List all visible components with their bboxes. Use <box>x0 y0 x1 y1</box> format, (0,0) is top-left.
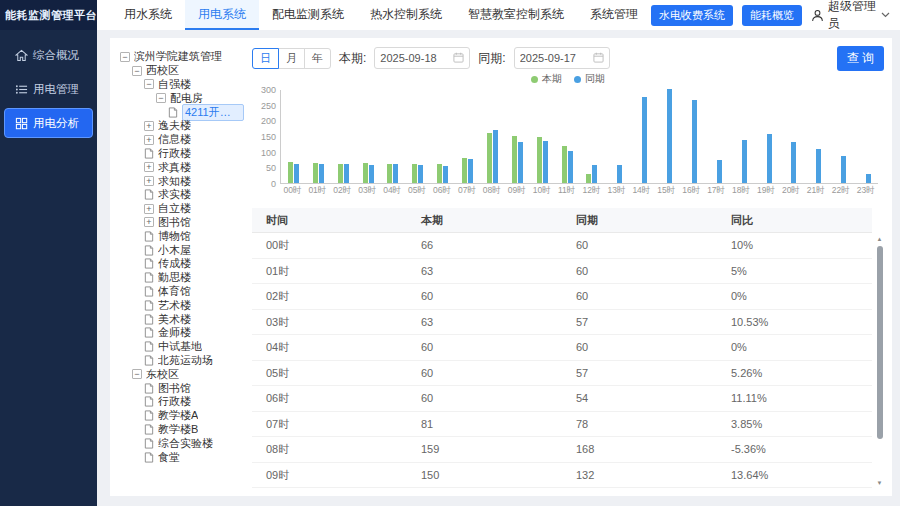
tree-node[interactable]: +求知楼 <box>118 174 244 188</box>
scrollbar-track[interactable] <box>876 244 884 479</box>
table-row[interactable]: 09时15013213.64% <box>252 463 872 489</box>
tree-node-label: 求实楼 <box>158 187 191 202</box>
scroll-up-icon[interactable]: ▲ <box>877 235 883 244</box>
table-row[interactable]: 04时60600% <box>252 335 872 361</box>
table-scrollbar[interactable]: ▲ ▼ <box>875 235 884 488</box>
period-button[interactable]: 月 <box>278 48 305 69</box>
x-axis-tick-label: 08时 <box>479 185 504 197</box>
tree-toggle-icon[interactable]: + <box>144 121 154 131</box>
tree-node[interactable]: 教学楼A <box>118 409 244 423</box>
tree-toggle-icon[interactable]: − <box>144 79 154 89</box>
topbar-tab[interactable]: 系统管理 <box>577 0 651 30</box>
y-axis-tick-label: 50 <box>252 163 276 173</box>
topbar-tab[interactable]: 用水系统 <box>111 0 185 30</box>
tree-toggle-icon[interactable]: − <box>132 66 142 76</box>
tree-node[interactable]: 行政楼 <box>118 395 244 409</box>
tree-node[interactable]: 行政楼 <box>118 147 244 161</box>
legend-item[interactable]: 同期 <box>574 72 605 86</box>
chart-x-axis: 00时01时02时03时04时05时06时07时08时09时10时11时12时1… <box>280 185 878 197</box>
table-row[interactable]: 01时63605% <box>252 259 872 285</box>
tree-node[interactable]: 博物馆 <box>118 229 244 243</box>
tree-node[interactable]: 艺术楼 <box>118 298 244 312</box>
period-button[interactable]: 年 <box>304 48 331 69</box>
chart-legend: 本期同期 <box>531 72 605 86</box>
tree-node[interactable]: 综合实验楼 <box>118 436 244 450</box>
table-row[interactable]: 02时60600% <box>252 284 872 310</box>
x-axis-tick-label: 03时 <box>355 185 380 197</box>
tree-node[interactable]: +求真楼 <box>118 160 244 174</box>
tree-node[interactable]: 北苑运动场 <box>118 354 244 368</box>
table-row[interactable]: 06时605411.11% <box>252 386 872 412</box>
document-icon <box>144 383 154 394</box>
tree-toggle-icon[interactable]: + <box>144 176 154 186</box>
tree-node[interactable]: −滨州学院建筑管理 <box>118 50 244 64</box>
sidebar-item[interactable]: 综合概况 <box>4 40 93 70</box>
chart-bar <box>363 163 368 183</box>
tree-node[interactable]: 美术楼 <box>118 312 244 326</box>
tree-toggle-icon[interactable]: − <box>156 93 166 103</box>
tree-node[interactable]: +图书馆 <box>118 216 244 230</box>
bar-group <box>779 90 804 183</box>
energy-overview-button[interactable]: 能耗概览 <box>742 5 802 26</box>
tree-node[interactable]: 小木屋 <box>118 243 244 257</box>
hydropower-billing-button[interactable]: 水电收费系统 <box>651 5 733 26</box>
query-button[interactable]: 查 询 <box>837 46 884 71</box>
tree-node[interactable]: +逸夫楼 <box>118 119 244 133</box>
table-row[interactable]: 08时159168-5.36% <box>252 437 872 463</box>
topbar-tab[interactable]: 热水控制系统 <box>357 0 455 30</box>
tree-toggle-icon[interactable]: + <box>144 135 154 145</box>
tree-node[interactable]: 金师楼 <box>118 326 244 340</box>
table-cell: 07时 <box>252 412 407 438</box>
table-row[interactable]: 00时666010% <box>252 233 872 259</box>
x-axis-tick-label: 02时 <box>330 185 355 197</box>
tree-node[interactable]: 中试基地 <box>118 340 244 354</box>
table-cell: 10.53% <box>717 310 872 336</box>
tree-node-label: 博物馆 <box>158 229 191 244</box>
tree-node[interactable]: 勤思楼 <box>118 271 244 285</box>
document-icon <box>144 355 154 366</box>
x-axis-tick-label: 11时 <box>554 185 579 197</box>
current-date-input[interactable] <box>380 52 450 64</box>
tree-toggle-icon[interactable]: + <box>144 217 154 227</box>
topbar-tab[interactable]: 智慧教室控制系统 <box>455 0 577 30</box>
table-cell: 0% <box>717 335 872 361</box>
sidebar-menu: 综合概况用电管理用电分析 <box>0 30 97 138</box>
topbar-tab[interactable]: 配电监测系统 <box>259 0 357 30</box>
tree-node[interactable]: 求实楼 <box>118 188 244 202</box>
sidebar-item[interactable]: 用电分析 <box>4 108 93 138</box>
table-row[interactable]: 05时60575.26% <box>252 361 872 387</box>
tree-node[interactable]: 食堂 <box>118 450 244 464</box>
topbar-tab[interactable]: 用电系统 <box>185 0 259 30</box>
sidebar-item[interactable]: 用电管理 <box>4 74 93 104</box>
tree-node-label: 自强楼 <box>158 77 191 92</box>
tree-toggle-icon[interactable]: + <box>144 162 154 172</box>
tree-node[interactable]: 体育馆 <box>118 285 244 299</box>
table-row[interactable]: 07时81783.85% <box>252 412 872 438</box>
tree-node[interactable]: −东校区 <box>118 367 244 381</box>
table-body: 00时666010%01时63605%02时60600%03时635710.53… <box>252 233 872 488</box>
table-row[interactable]: 03时635710.53% <box>252 310 872 336</box>
period-button[interactable]: 日 <box>252 48 279 69</box>
tree-node[interactable]: 传成楼 <box>118 257 244 271</box>
tree-node[interactable]: 教学楼B <box>118 423 244 437</box>
current-date-picker[interactable] <box>374 47 470 69</box>
scrollbar-thumb[interactable] <box>877 246 883 439</box>
tree-node[interactable]: 4211开关点位 <box>118 105 244 119</box>
tree-node[interactable]: −西校区 <box>118 64 244 78</box>
tree-toggle-icon[interactable]: + <box>144 204 154 214</box>
bar-group <box>704 90 729 183</box>
tree-node[interactable]: +信息楼 <box>118 133 244 147</box>
tree-node[interactable]: 图书馆 <box>118 381 244 395</box>
scroll-down-icon[interactable]: ▼ <box>877 479 883 488</box>
tree-toggle-icon[interactable]: − <box>132 369 142 379</box>
x-axis-tick-label: 23时 <box>853 185 878 197</box>
compare-date-input[interactable] <box>520 52 590 64</box>
compare-date-picker[interactable] <box>514 47 610 69</box>
document-icon <box>144 189 154 200</box>
user-menu[interactable]: 超级管理员 <box>811 0 890 32</box>
legend-item[interactable]: 本期 <box>531 72 562 86</box>
compare-period-label: 同期: <box>478 50 505 67</box>
tree-node[interactable]: −自强楼 <box>118 78 244 92</box>
tree-toggle-icon[interactable]: − <box>120 52 130 62</box>
tree-node[interactable]: +自立楼 <box>118 202 244 216</box>
